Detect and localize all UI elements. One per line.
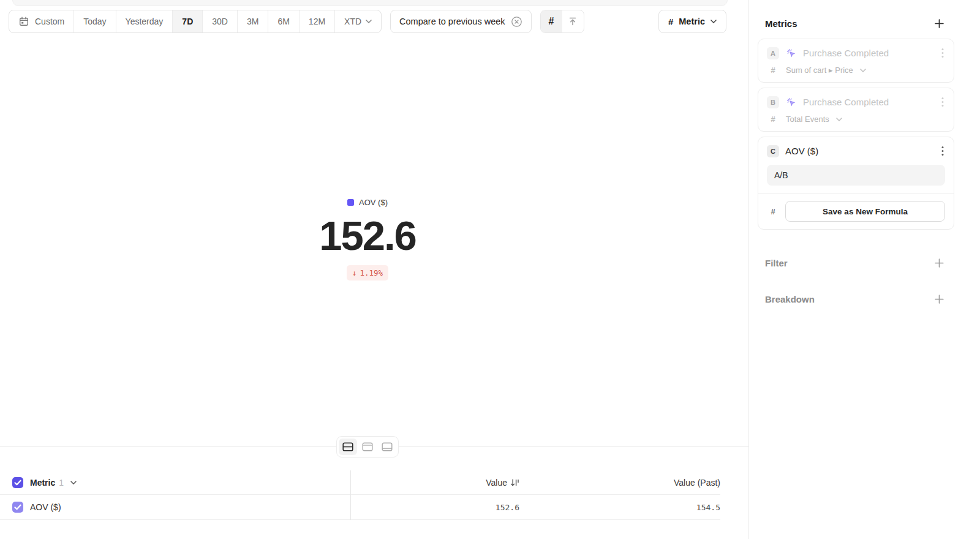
date-range-30d[interactable]: 30D [203,10,238,32]
hash-icon: # [668,17,673,26]
formula-text: A/B [774,170,788,180]
layout-chart-only-button[interactable] [358,439,377,455]
hash-icon: # [767,66,779,75]
metric-card-b[interactable]: B Purchase Completed # Total Events [758,88,954,132]
table-header-row: Metric 1 Value Value (Past) [0,470,720,495]
report-canvas: Custom Today Yesterday 7D 30D 3M 6M 12M … [0,0,748,539]
plus-icon [934,258,944,268]
kpi-block: AOV ($) 152.6 ↓ 1.19% [0,197,735,281]
value-column-label: Value [486,478,507,488]
row-value-past: 154.5 [519,503,720,512]
value-column-header[interactable]: Value [338,478,519,488]
plus-icon [934,294,944,304]
chart-type-goal[interactable] [562,10,584,32]
arrow-down-icon: ↓ [352,268,357,277]
top-panel-icon [362,442,373,451]
save-as-new-formula-button[interactable]: Save as New Formula [785,201,945,222]
date-range-label: XTD [344,17,361,26]
metrics-section-title: Metrics [765,18,797,29]
report-toolbar: Custom Today Yesterday 7D 30D 3M 6M 12M … [9,10,584,33]
remove-compare-icon[interactable] [511,16,522,28]
hash-icon: # [767,207,779,216]
query-builder-sidebar: Metrics A Purchase Completed [748,0,980,539]
date-range-label: Custom [35,17,64,26]
date-range-7d[interactable]: 7D [173,10,203,32]
date-range-3m[interactable]: 3M [238,10,268,32]
chevron-down-icon [860,69,866,72]
add-filter-button[interactable] [934,258,944,268]
compare-chip-label: Compare to previous week [399,17,505,26]
measure-label: Total Events [786,115,829,124]
kebab-menu-icon[interactable] [940,47,945,59]
measure-selector[interactable]: # Sum of cart ▸ Price [767,66,945,75]
layout-table-only-button[interactable] [378,439,396,455]
sort-descending-icon [510,478,519,487]
formula-input[interactable]: A/B [767,165,945,186]
results-table: Metric 1 Value Value (Past) [0,470,720,520]
table-row: AOV ($) 152.6 154.5 [0,495,720,520]
kpi-value: 152.6 [0,214,735,257]
date-range-label: 7D [182,17,193,26]
add-breakdown-button[interactable] [934,294,944,304]
chart-type-switcher: # [540,10,584,33]
date-range-today[interactable]: Today [74,10,116,32]
chevron-down-icon[interactable] [70,481,77,484]
date-range-label: Today [83,17,106,26]
card-top-edge [12,0,728,6]
metric-letter-badge: B [767,96,779,108]
panel-layout-switcher [336,436,399,458]
date-range-yesterday[interactable]: Yesterday [116,10,173,32]
measure-label: Sum of cart ▸ Price [786,66,853,75]
value-past-column-header: Value (Past) [519,478,720,488]
date-range-xtd[interactable]: XTD [335,10,381,32]
bottom-panel-icon [382,442,393,451]
hash-icon: # [767,115,779,124]
calendar-icon [18,16,29,27]
chart-type-number[interactable]: # [541,10,562,32]
kpi-delta-value: 1.19% [360,268,383,277]
layout-split-button[interactable] [339,439,357,455]
breakdown-section-title: Breakdown [765,294,815,304]
measure-selector[interactable]: # Total Events [767,115,945,124]
date-range-label: 30D [212,17,228,26]
column-divider [350,470,351,520]
select-all-checkbox[interactable] [12,477,23,488]
kpi-delta-badge: ↓ 1.19% [347,265,388,281]
metric-dropdown-button[interactable]: # Metric [658,10,726,33]
metric-column-label: Metric [30,478,55,488]
date-range-custom[interactable]: Custom [9,10,74,32]
hash-icon: # [549,17,554,26]
metric-card-title: AOV ($) [785,146,818,156]
row-checkbox[interactable] [12,502,23,513]
metric-cards: A Purchase Completed # Sum of cart ▸ Pri… [758,39,954,230]
kpi-legend: AOV ($) [347,198,388,207]
date-range-label: 6M [277,17,289,26]
date-range-label: 3M [247,17,258,26]
filter-section-title: Filter [765,258,788,268]
chevron-down-icon [710,20,717,23]
filter-section-header: Filter [765,258,944,268]
kebab-menu-icon[interactable] [940,145,945,157]
date-range-label: Yesterday [126,17,164,26]
date-range-group: Custom Today Yesterday 7D 30D 3M 6M 12M … [9,10,382,33]
plus-icon [934,18,944,29]
date-range-12m[interactable]: 12M [300,10,335,32]
metric-card-c[interactable]: C AOV ($) A/B # Save as New Formula [758,137,954,230]
metric-card-title: Purchase Completed [803,97,889,107]
legend-swatch [347,199,354,206]
kpi-legend-label: AOV ($) [359,198,388,207]
metrics-section-header: Metrics [765,18,944,29]
row-value: 152.6 [338,503,519,512]
event-cursor-sparkle-icon [785,47,797,59]
metric-card-a[interactable]: A Purchase Completed # Sum of cart ▸ Pri… [758,39,954,83]
metric-letter-badge: A [767,47,779,59]
arrow-up-to-line-icon [568,17,578,26]
check-icon [14,480,21,486]
event-cursor-sparkle-icon [785,96,797,108]
compare-chip[interactable]: Compare to previous week [390,10,531,33]
metric-letter-badge: C [767,145,779,157]
metric-card-title: Purchase Completed [803,48,889,58]
date-range-6m[interactable]: 6M [268,10,299,32]
add-metric-button[interactable] [934,18,944,29]
kebab-menu-icon[interactable] [940,96,945,108]
